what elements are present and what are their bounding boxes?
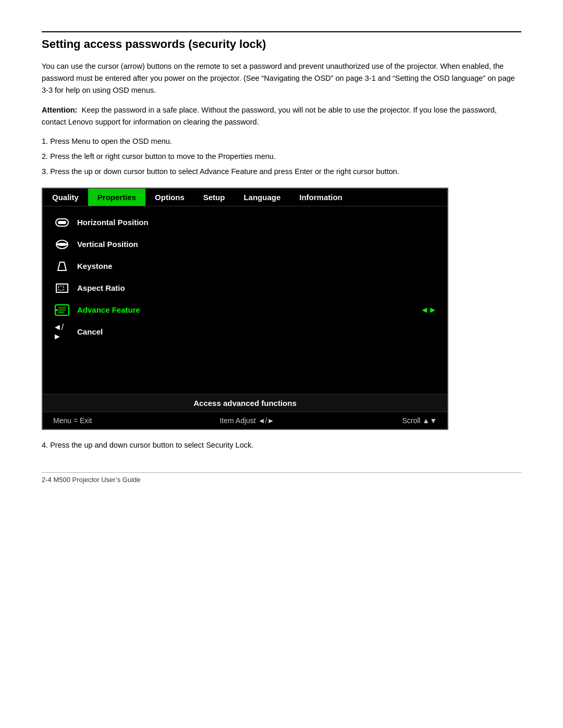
osd-menu-quality[interactable]: Quality [43, 189, 88, 206]
osd-nav-bar: Menu = Exit Item Adjust ◄/► Scroll ▲▼ [43, 412, 447, 429]
page-content: Setting access passwords (security lock)… [42, 31, 521, 484]
advance-icon [53, 303, 71, 317]
step-3: 3. Press the up or down cursor button to… [42, 166, 521, 178]
osd-body: Horizontal Position Vertical Position [43, 206, 447, 394]
osd-status-bar: Access advanced functions [43, 394, 447, 412]
svg-point-3 [56, 243, 68, 246]
osd-row-advance: Advance Feature ◄► [53, 299, 437, 321]
vertical-icon [53, 237, 71, 252]
osd-nav-menu-exit: Menu = Exit [53, 416, 92, 425]
osd-menu-information[interactable]: Information [290, 189, 352, 206]
osd-menu-setup[interactable]: Setup [194, 189, 235, 206]
osd-row-cancel: ◄/► Cancel [53, 321, 437, 343]
horizontal-icon [53, 215, 71, 230]
attention-label: Attention: [42, 106, 77, 114]
osd-menubar: Quality Properties Options Setup Languag… [43, 189, 447, 206]
osd-nav-item-adjust: Item Adjust ◄/► [219, 416, 274, 425]
steps-list: 1. Press Menu to open the OSD menu. 2. P… [42, 135, 521, 178]
osd-menu-properties[interactable]: Properties [88, 189, 145, 206]
osd-row-aspect: Aspect Ratio [53, 277, 437, 299]
attention-text: Keep the password in a safe place. Witho… [42, 106, 497, 126]
step-4: 4. Press the up and down cursor button t… [42, 439, 521, 451]
osd-row-horizontal: Horizontal Position [53, 212, 437, 233]
body-paragraph1: You can use the cursor (arrow) buttons o… [42, 60, 521, 97]
osd-nav-scroll: Scroll ▲▼ [402, 416, 437, 425]
page-title: Setting access passwords (security lock) [42, 31, 521, 51]
svg-marker-4 [58, 262, 66, 270]
osd-row-vertical: Vertical Position [53, 233, 437, 255]
attention-paragraph: Attention: Keep the password in a safe p… [42, 104, 521, 128]
osd-label-cancel: Cancel [77, 327, 437, 336]
keystone-icon [53, 259, 71, 274]
footer-note: 2-4 M500 Projector User’s Guide [42, 472, 521, 484]
osd-label-vertical: Vertical Position [77, 240, 437, 249]
step-1: 1. Press Menu to open the OSD menu. [42, 135, 521, 147]
osd-menu-language[interactable]: Language [234, 189, 290, 206]
aspect-icon [53, 281, 71, 295]
osd-label-horizontal: Horizontal Position [77, 218, 437, 227]
osd-menu-options[interactable]: Options [145, 189, 194, 206]
osd-label-advance: Advance Feature [77, 305, 410, 314]
osd-label-keystone: Keystone [77, 262, 437, 270]
step-2: 2. Press the left or right cursor button… [42, 151, 521, 163]
osd-screen: Quality Properties Options Setup Languag… [42, 188, 448, 430]
osd-row-keystone: Keystone [53, 255, 437, 277]
advance-arrows: ◄► [420, 305, 437, 315]
svg-point-11 [56, 309, 58, 311]
osd-label-aspect: Aspect Ratio [77, 283, 437, 292]
svg-rect-1 [58, 221, 66, 224]
svg-rect-6 [58, 286, 64, 290]
cancel-icon: ◄/► [53, 325, 71, 339]
